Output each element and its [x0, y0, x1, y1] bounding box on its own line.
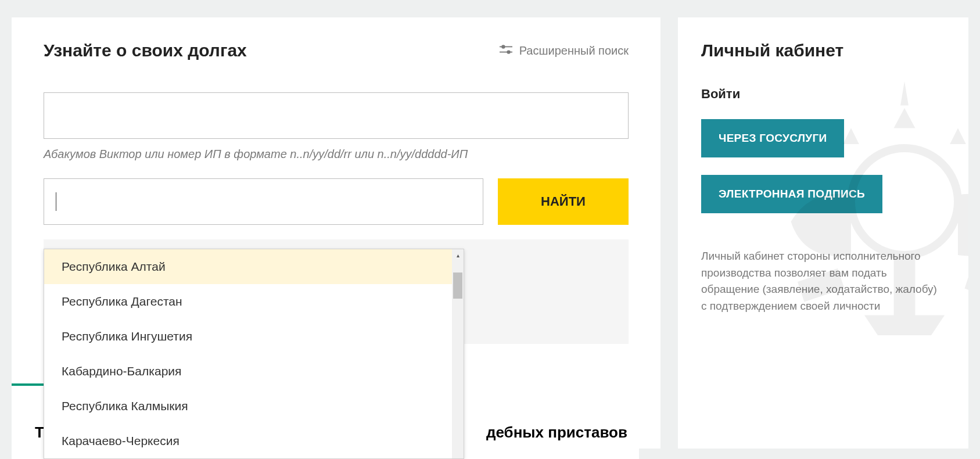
tab-text-fragment-right: дебных приставов: [486, 424, 627, 442]
cabinet-title: Личный кабинет: [701, 41, 945, 60]
esignature-button[interactable]: ЭЛЕКТРОННАЯ ПОДПИСЬ: [701, 175, 882, 213]
cabinet-info: Личный кабинет стороны исполнительного п…: [701, 248, 945, 314]
login-label: Войти: [701, 87, 945, 102]
find-button[interactable]: НАЙТИ: [498, 178, 629, 225]
input-hint: Абакумов Виктор или номер ИП в формате n…: [44, 148, 629, 161]
search-header: Узнайте о своих долгах Расширенный поиск: [44, 41, 629, 60]
dropdown-item[interactable]: Республика Алтай: [44, 249, 452, 284]
region-dropdown: Республика Алтай Республика Дагестан Рес…: [44, 249, 464, 459]
dropdown-item[interactable]: Карачаево-Черкесия: [44, 424, 452, 458]
tab-text-fragment-left: Т: [35, 424, 44, 442]
dropdown-scrollbar[interactable]: ▴: [452, 249, 464, 458]
advanced-search-link[interactable]: Расширенный поиск: [500, 44, 629, 58]
gosuslugi-button[interactable]: ЧЕРЕЗ ГОСУСЛУГИ: [701, 119, 844, 157]
advanced-search-label: Расширенный поиск: [519, 44, 629, 58]
scroll-thumb[interactable]: [453, 272, 462, 299]
region-input[interactable]: [44, 178, 483, 225]
sliders-icon: [500, 44, 512, 58]
dropdown-item[interactable]: Кабардино-Балкария: [44, 354, 452, 389]
dropdown-item[interactable]: Республика Калмыкия: [44, 389, 452, 424]
svg-point-1: [502, 45, 505, 48]
search-title: Узнайте о своих долгах: [44, 41, 247, 60]
name-input[interactable]: [44, 92, 629, 139]
dropdown-list: Республика Алтай Республика Дагестан Рес…: [44, 249, 452, 458]
search-row: НАЙТИ: [44, 178, 629, 225]
dropdown-item[interactable]: Республика Дагестан: [44, 284, 452, 319]
scroll-up-arrow[interactable]: ▴: [452, 249, 464, 261]
svg-point-3: [507, 51, 510, 53]
personal-cabinet-card: Личный кабинет Войти ЧЕРЕЗ ГОСУСЛУГИ ЭЛЕ…: [678, 17, 968, 449]
dropdown-item[interactable]: Республика Ингушетия: [44, 319, 452, 354]
